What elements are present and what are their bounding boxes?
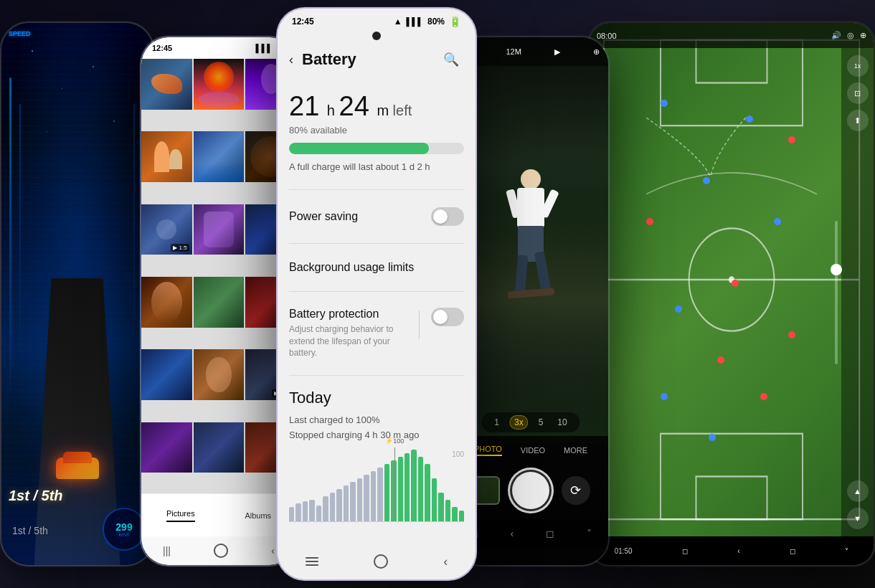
video-settings-icon[interactable]: ◎ [847,31,854,40]
tab-pictures[interactable]: Pictures [166,509,195,522]
gallery-thumb-17[interactable] [194,422,245,473]
phone-gallery-screen: 12:45 ▌▌▌ 🔋 [141,37,296,565]
player-dot-11 [661,393,668,400]
battery-status-time: 12:45 [292,16,314,27]
chart-bar-5 [316,506,321,521]
camera-mode-photo[interactable]: PHOTO [474,445,502,456]
racing-rank-label: 1st / 5th [12,525,48,536]
racing-place: 1st / 5th [9,488,63,504]
nav-home[interactable] [214,544,228,558]
nav-back[interactable]: ‹ [271,545,275,556]
camera-flip-button[interactable]: ⟳ [562,476,590,505]
gallery-status-bar: 12:45 ▌▌▌ 🔋 [141,37,296,59]
video-layers-icon[interactable]: ⊕ [860,31,866,40]
video-sidebar-btn-2[interactable]: ⊡ [847,82,869,104]
battery-protection-text: Battery protection Adjust charging behav… [289,308,407,359]
battery-minutes: 24 [339,91,369,121]
chart-bar-21 [425,464,430,521]
charging-marker-line [394,447,395,519]
nav-recent-apps[interactable]: ||| [163,545,171,556]
wifi-signal-icon: ▲ [394,16,402,27]
gallery-thumb-11[interactable] [194,277,245,328]
racing-background: 1st / 5th 299 km/h SPEED [1,23,153,565]
phone-video-frame: 08:00 🔊 ◎ ⊕ 1x ⊡ ⬆ [588,22,875,566]
gallery-thumb-16[interactable] [141,422,192,473]
chart-bar-23 [438,493,443,521]
battery-pct-label: 80% [427,16,445,27]
bg-usage-row[interactable]: Background usage limits [289,250,464,285]
gallery-thumb-14[interactable] [194,349,245,400]
gallery-grid: ▶ 1:5 [141,59,296,493]
power-saving-toggle[interactable] [431,207,464,226]
zoom-5x[interactable]: 5 [534,416,548,429]
power-saving-row[interactable]: Power saving [289,196,464,237]
chart-bar-14 [377,468,382,521]
speedometer-unit: km/h [118,532,129,537]
video-sidebar-play-up[interactable]: ▲ [847,480,869,502]
video-volume-icon[interactable]: 🔊 [831,31,841,40]
gallery-thumb-2[interactable] [194,59,245,110]
video-nav-square[interactable]: ◻ [790,547,795,555]
camera-layers-icon: ⊕ [593,47,600,57]
battery-bar-container [289,143,464,154]
gallery-thumb-5[interactable] [194,131,245,182]
battery-hours: 21 [289,91,319,121]
video-sidebar-play-down[interactable]: ▼ [847,508,869,529]
battery-h-unit: h [327,103,339,118]
zoom-1x[interactable]: 1 [490,416,503,429]
video-slider-thumb[interactable] [831,264,842,275]
battery-time-section: 21 h 24 m left 80% available [289,77,464,184]
last-charged-label: Last charged to 100% [289,413,464,428]
zoom-10x[interactable]: 10 [553,416,571,429]
gallery-thumb-4[interactable] [141,131,192,182]
chart-bar-4 [309,500,314,521]
video-sidebar-btn-3[interactable]: ⬆ [847,110,869,131]
zoom-3x[interactable]: 3x [509,415,529,430]
gallery-thumb-10[interactable] [141,277,192,328]
video-nav-chevron[interactable]: ˅ [845,547,848,555]
divider-2 [289,243,464,244]
camera-shutter-button[interactable] [508,468,554,513]
speedometer-number: 299 [115,522,132,532]
battery-protection-toggle[interactable] [431,308,464,326]
chart-bar-17 [398,457,403,521]
video-progress-slider[interactable] [835,221,838,364]
camera-nav-chevron[interactable]: ˅ [587,528,592,539]
battery-time-display: 21 h 24 m left [289,92,464,122]
phone-racing-frame: 1st / 5th 299 km/h SPEED [0,22,154,566]
gallery-thumb-8[interactable] [194,204,245,255]
battery-icon: 🔋 [449,16,461,27]
gallery-thumb-7[interactable]: ▶ 1:5 [141,204,192,255]
gallery-thumb-1[interactable] [141,59,192,110]
player-dot-9 [788,331,795,338]
video-nav-back[interactable]: ‹ [737,547,739,555]
chart-bar-20 [418,457,423,521]
camera-nav-back[interactable]: ‹ [511,528,514,539]
video-sidebar-btn-1[interactable]: 1x [847,55,869,77]
camera-video-icon: ▶ [554,47,560,57]
power-saving-label: Power saving [289,210,358,223]
camera-mode-video[interactable]: VIDEO [521,446,545,455]
field-lines-svg [590,23,874,536]
battery-search-button[interactable]: 🔍 [438,47,464,72]
camera-shutter-inner [512,472,549,509]
tab-pictures-label: Pictures [166,509,195,518]
gallery-thumb-13[interactable] [141,349,192,400]
camera-notch [372,32,381,40]
video-time-bottom: 01:50 [615,547,633,555]
notch-area [278,32,476,40]
video-bottom-bar: 01:50 ◻ ‹ ◻ ˅ [590,536,874,565]
tab-albums[interactable]: Albums [245,511,271,520]
nav-home-btn[interactable] [374,554,388,569]
back-button[interactable]: ‹ [289,52,293,67]
camera-megapixel: 12M [506,47,521,56]
nav-line-1 [306,557,318,559]
tab-albums-label: Albums [245,511,271,520]
nav-back-btn[interactable]: ‹ [443,554,448,569]
chart-bar-2 [295,503,301,521]
camera-mode-more[interactable]: MORE [564,446,587,455]
camera-nav-square[interactable]: ◻ [546,528,554,539]
skater-figure [502,169,559,313]
nav-recent-apps-btn[interactable] [306,557,318,566]
video-nav-home[interactable]: ◻ [682,547,688,555]
